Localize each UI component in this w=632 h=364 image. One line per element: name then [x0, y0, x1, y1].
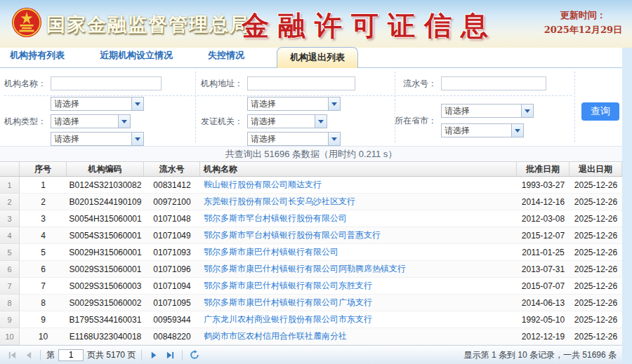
org-name-cell: 鄂尔多斯市罕台村镇银行股份有限公司	[200, 210, 517, 227]
table-row[interactable]: 11B0124S32103008200831412鞍山银行股份有限公司顺达支行1…	[0, 177, 622, 194]
approve-date-cell: 2013-07-31	[517, 261, 570, 278]
org-name-cell: 鄂尔多斯市康巴什村镇银行有限公司东胜支行	[200, 278, 517, 295]
row-index-cell: 5	[0, 244, 20, 261]
serial-cell: 00848220	[144, 328, 200, 345]
chevron-down-icon	[328, 133, 340, 145]
row-index-cell: 1	[0, 177, 20, 194]
org-type-select-2[interactable]: 请选择	[51, 114, 131, 128]
org-name-cell: 东莞银行股份有限公司长安乌沙社区支行	[200, 194, 517, 210]
column-header-serial[interactable]: 流水号	[144, 162, 200, 176]
column-header-seq[interactable]: 序号	[20, 162, 67, 176]
issuing-authority-select-3[interactable]: 请选择	[247, 132, 341, 146]
update-time-value: 2025年12月29日	[544, 23, 622, 38]
issuing-authority-select-2[interactable]: 请选择	[247, 114, 327, 128]
page-number-input[interactable]	[58, 349, 84, 361]
province-city-label: 所在省市：	[392, 114, 437, 128]
search-form: 机构名称： 机构地址： 流水号： 机构类型： 请选择 请选择 请选择 发证机关：…	[0, 68, 622, 146]
org-name-link[interactable]: 东莞银行股份有限公司长安乌沙社区支行	[204, 196, 355, 208]
record-summary: 显示第 1 条到 10 条记录，一共 51696 条	[464, 349, 617, 361]
site-title: 金融许可证信息	[242, 7, 497, 45]
refresh-icon[interactable]	[188, 349, 201, 361]
column-header-exit-date[interactable]: 退出日期	[570, 162, 622, 176]
serial-cell: 01071095	[144, 295, 200, 311]
serial-cell: 00972100	[144, 194, 200, 210]
org-address-input[interactable]	[247, 76, 355, 90]
page-label-prefix: 第	[46, 349, 55, 361]
tab-bar: 机构持有列表近期机构设立情况失控情况机构退出列表	[0, 48, 622, 68]
org-name-link[interactable]: 鄂尔多斯市康巴什村镇银行有限公司广场支行	[204, 297, 372, 309]
tab-holding-list[interactable]: 机构持有列表	[7, 49, 67, 67]
serial-number-input[interactable]	[441, 76, 546, 90]
table-row[interactable]: 22B0201S24419010900972100东莞银行股份有限公司长安乌沙社…	[0, 194, 622, 210]
seq-cell: 6	[20, 261, 67, 278]
form-divider	[195, 72, 196, 142]
last-page-button[interactable]	[164, 349, 176, 361]
table-row[interactable]: 77S0029S31506000301071094鄂尔多斯市康巴什村镇银行有限公…	[0, 278, 622, 295]
chevron-down-icon	[131, 133, 143, 145]
org-name-link[interactable]: 广东龙川农村商业银行股份有限公司市东支行	[204, 314, 372, 325]
chevron-down-icon	[328, 97, 340, 110]
previous-page-button[interactable]	[22, 349, 34, 361]
org-type-select-1[interactable]: 请选择	[51, 97, 144, 111]
exit-date-cell: 2025-12-26	[570, 295, 622, 311]
city-select[interactable]: 请选择	[441, 123, 524, 137]
approve-date-cell: 2012-03-08	[517, 210, 570, 227]
chevron-down-icon	[315, 115, 327, 128]
table-row[interactable]: 88S0029S31506000201071095鄂尔多斯市康巴什村镇银行有限公…	[0, 295, 622, 311]
org-name-link[interactable]: 鞍山银行股份有限公司顺达支行	[204, 179, 322, 191]
chevron-down-icon	[521, 105, 533, 117]
org-name-link[interactable]: 鄂尔多斯市罕台村镇银行股份有限公司	[204, 213, 347, 224]
next-page-button[interactable]	[147, 349, 160, 361]
org-code-cell: S0029S315060002	[67, 295, 144, 311]
org-name-link[interactable]: 鄂尔多斯市康巴什村镇银行有限公司东胜支行	[204, 280, 372, 292]
province-select[interactable]: 请选择	[441, 104, 534, 118]
org-name-link[interactable]: 鄂尔多斯市罕台村镇银行股份有限公司普惠支行	[204, 229, 381, 241]
tab-out-of-control[interactable]: 失控情况	[205, 49, 247, 67]
org-code-cell: S0054S315060001	[67, 227, 144, 244]
page-label-suffix: 页共 5170 页	[87, 349, 136, 361]
org-name-link[interactable]: 鄂尔多斯市康巴什村镇银行有限公司	[204, 246, 338, 258]
result-summary: 共查询出 51696 条数据（用时约 0.211 s）	[0, 146, 622, 161]
column-header-org-code[interactable]: 机构编码	[67, 162, 144, 176]
approve-date-cell: 2015-07-07	[517, 278, 570, 295]
row-index-cell: 4	[0, 227, 20, 244]
org-code-cell: S0029S315060003	[67, 278, 144, 295]
org-name-input[interactable]	[51, 76, 162, 90]
first-page-button[interactable]	[6, 349, 18, 361]
row-index-cell: 6	[0, 261, 20, 278]
table-row[interactable]: 99B1795S34416003100959344广东龙川农村商业银行股份有限公…	[0, 311, 622, 328]
approve-date-cell: 2014-06-13	[517, 295, 570, 311]
org-code-cell: S0029H315060001	[67, 244, 144, 261]
serial-cell: 01071093	[144, 244, 200, 261]
financial-license-info-page: 国家金融监督管理总局 金融许可证信息 更新时间： 2025年12月29日 机构持…	[0, 0, 632, 364]
table-row[interactable]: 66S0029S31506000101071096鄂尔多斯市康巴什村镇银行有限公…	[0, 261, 622, 278]
tab-exit-list[interactable]: 机构退出列表	[277, 47, 358, 68]
exit-date-cell: 2025-12-26	[570, 177, 622, 194]
exit-date-cell: 2025-12-26	[570, 328, 622, 345]
org-name-cell: 广东龙川农村商业银行股份有限公司市东支行	[200, 311, 517, 328]
exit-date-cell: 2025-12-26	[570, 244, 622, 261]
table-row[interactable]: 1010E1168U32304001800848220鹤岗市市区农村信用合作联社…	[0, 328, 622, 345]
search-button[interactable]: 查询	[581, 102, 619, 121]
table-row[interactable]: 33S0054H31506000101071048鄂尔多斯市罕台村镇银行股份有限…	[0, 210, 622, 227]
column-header-org-name[interactable]: 机构名称	[200, 162, 517, 176]
org-type-select-3[interactable]: 请选择	[51, 132, 144, 146]
seq-cell: 7	[20, 278, 67, 295]
agency-title: 国家金融监督管理总局	[46, 12, 250, 37]
approve-date-cell: 2015-12-07	[517, 227, 570, 244]
pager-divider	[40, 350, 41, 360]
table-row[interactable]: 55S0029H31506000101071093鄂尔多斯市康巴什村镇银行有限公…	[0, 244, 622, 261]
org-name-link[interactable]: 鄂尔多斯市康巴什村镇银行有限公司阿勒腾席热镇支行	[204, 263, 406, 275]
approve-date-cell: 2011-01-25	[517, 244, 570, 261]
seq-cell: 5	[20, 244, 67, 261]
exit-date-cell: 2025-12-26	[570, 194, 622, 210]
approve-date-cell: 2014-12-16	[517, 194, 570, 210]
table-row[interactable]: 44S0054S31506000101071049鄂尔多斯市罕台村镇银行股份有限…	[0, 227, 622, 244]
issuing-authority-select-1[interactable]: 请选择	[247, 97, 341, 111]
tab-recent-establishment[interactable]: 近期机构设立情况	[97, 49, 176, 67]
column-header-approve-date[interactable]: 批准日期	[517, 162, 570, 176]
org-name-cell: 鞍山银行股份有限公司顺达支行	[200, 177, 517, 194]
org-name-link[interactable]: 鹤岗市市区农村信用合作联社麓南分社	[204, 330, 347, 342]
serial-cell: 00831412	[144, 177, 200, 194]
pagination-bar: 第 页共 5170 页 显示第 1 条到 10 条记录，一共 51696 条	[0, 345, 622, 364]
